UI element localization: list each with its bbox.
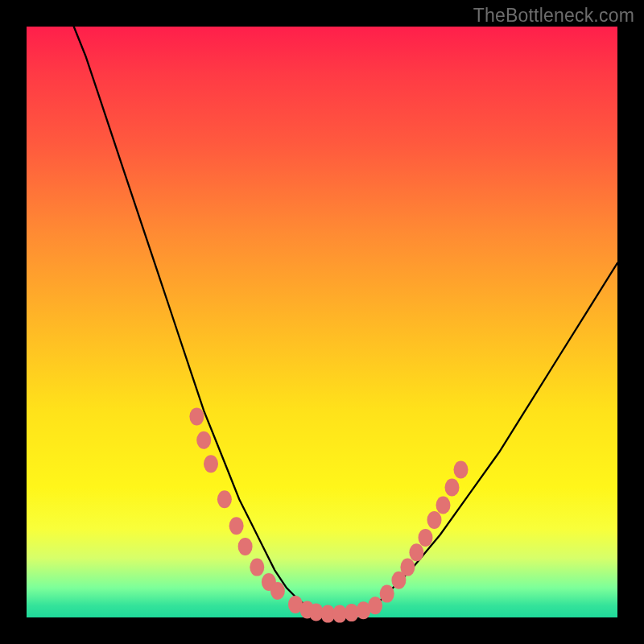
- bottleneck-curve: [74, 27, 617, 614]
- data-marker: [204, 455, 218, 473]
- data-marker: [400, 559, 415, 576]
- data-marker: [454, 461, 469, 479]
- data-marker: [196, 431, 211, 449]
- data-marker: [270, 582, 285, 600]
- data-marker: [436, 497, 451, 514]
- data-marker: [380, 585, 394, 603]
- watermark-text: TheBottleneck.com: [473, 5, 634, 27]
- data-marker: [189, 407, 204, 425]
- plot-area: [27, 27, 617, 617]
- chart-frame: TheBottleneck.com: [0, 0, 644, 644]
- data-marker: [445, 479, 460, 497]
- marker-group: [189, 407, 468, 622]
- data-marker: [229, 517, 244, 535]
- data-marker: [368, 597, 382, 614]
- data-marker: [419, 529, 433, 547]
- data-marker: [409, 543, 423, 561]
- data-marker: [427, 511, 442, 529]
- data-marker: [217, 490, 232, 508]
- chart-svg: [27, 27, 617, 617]
- data-marker: [238, 538, 253, 555]
- data-marker: [250, 559, 264, 576]
